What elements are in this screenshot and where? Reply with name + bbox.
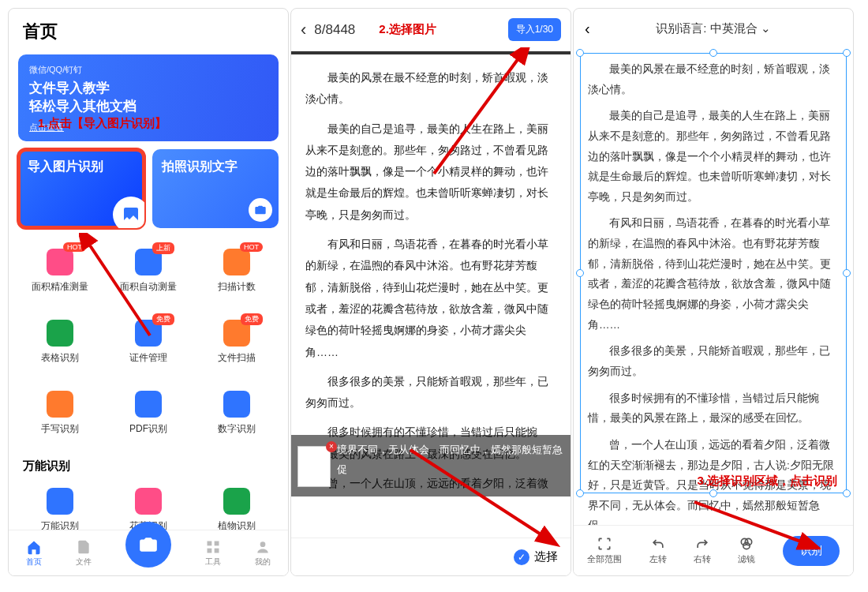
selected-thumbnail[interactable]	[297, 446, 331, 487]
handle-ml[interactable]	[576, 269, 584, 277]
svg-rect-1	[215, 541, 219, 545]
nav-home[interactable]: 首页	[26, 539, 42, 568]
preview-paragraph: 很多很多的美景，只能矫首暇观，那些年，已匆匆而过。	[305, 371, 556, 414]
feature-label: 文件扫描	[218, 351, 256, 365]
feature-icon	[47, 249, 73, 275]
feature-icon	[223, 391, 250, 418]
card-import-image-ocr[interactable]: 导入图片识别	[18, 149, 144, 228]
badge: HOT	[63, 242, 86, 252]
back-button[interactable]: ‹	[301, 20, 306, 40]
selection-rect[interactable]	[580, 53, 847, 493]
feature-2[interactable]: HOT扫描计数	[195, 238, 279, 304]
card-photo-label: 拍照识别文字	[162, 159, 238, 173]
section-title-universal: 万能识别	[9, 455, 288, 477]
tutorial-banner[interactable]: 微信/QQ/钉钉 文件导入教学 轻松导入其他文档 点击查看 1.点击【导入图片识…	[18, 54, 279, 141]
feature-label: 手写识别	[41, 422, 79, 436]
handle-tr[interactable]	[843, 49, 851, 57]
feature-4[interactable]: 免费证件管理	[107, 309, 190, 375]
handle-bl[interactable]	[576, 489, 584, 497]
dimmed-overlay: 境界不同，无从体会。而回忆中，嫣然那般短暂急促 ×	[291, 435, 571, 496]
feature-5[interactable]: 免费文件扫描	[195, 309, 279, 375]
nav-mine[interactable]: 我的	[255, 539, 271, 568]
annotation-step3: 3.选择识别区域，点击识别	[697, 470, 837, 493]
feature-icon	[135, 391, 162, 418]
feature-6[interactable]: 手写识别	[18, 380, 102, 446]
feature-icon	[47, 320, 73, 347]
picker-counter: 8/8448	[314, 22, 355, 38]
feature-label: 证件管理	[129, 351, 167, 365]
recognize-button[interactable]: 识别	[783, 536, 840, 566]
tool-filter[interactable]: 滤镜	[738, 536, 755, 565]
page-title: 首页	[9, 9, 288, 47]
image-icon	[113, 197, 144, 228]
bottom-nav: 首页 文件 工具 我的	[9, 530, 288, 575]
feature-icon	[47, 391, 73, 418]
back-button[interactable]: ‹	[585, 20, 590, 38]
svg-point-7	[743, 542, 750, 549]
badge: 免费	[241, 313, 263, 325]
feature-label: PDF识别	[129, 422, 167, 436]
annotation-step2: 2.选择图片	[379, 22, 436, 37]
preview-paragraph: 有风和日丽，鸟语花香，在暮春的时光看小草的新绿，在温煦的春风中沐浴。也有野花芽芳…	[305, 234, 556, 363]
feature-0[interactable]: HOT面积精准测量	[18, 238, 102, 304]
handle-tl[interactable]	[576, 49, 584, 57]
annotation-step1: 1.点击【导入图片识别】	[38, 116, 166, 131]
banner-line0: 微信/QQ/钉钉	[29, 64, 268, 76]
screen-home: 首页 微信/QQ/钉钉 文件导入教学 轻松导入其他文档 点击查看 1.点击【导入…	[8, 8, 289, 576]
select-button[interactable]: 选择	[534, 549, 558, 564]
remove-thumbnail-icon[interactable]: ×	[326, 441, 337, 452]
preview-paragraph: 最美的自己是追寻，最美的人生在路上，美丽从来不是刻意的。那些年，匆匆路过，不曾看…	[305, 118, 556, 226]
feature-label: 表格识别	[41, 351, 79, 365]
banner-line1: 文件导入教学	[29, 79, 268, 97]
badge: HOT	[240, 242, 263, 252]
svg-rect-0	[208, 541, 212, 545]
chevron-down-icon: ⌄	[761, 21, 771, 35]
crop-body[interactable]: 最美的风景在最不经意的时刻，矫首暇观，淡淡心情。最美的自己是追寻，最美的人生在路…	[574, 48, 853, 498]
handle-tm[interactable]	[709, 49, 717, 57]
feature-3[interactable]: 表格识别	[18, 309, 102, 375]
tool-rotate-right[interactable]: 右转	[694, 536, 711, 565]
badge: 上新	[152, 242, 174, 254]
badge: 免费	[152, 313, 174, 325]
banner-line2: 轻松导入其他文档	[29, 97, 268, 115]
handle-mr[interactable]	[843, 269, 851, 277]
import-button[interactable]: 导入1/30	[508, 18, 561, 41]
language-selector[interactable]: 识别语言: 中英混合 ⌄	[656, 21, 771, 36]
feature-icon	[47, 488, 73, 515]
svg-rect-2	[208, 548, 212, 553]
feature-label: 面积精准测量	[32, 280, 88, 294]
overlay-text: 境界不同，无从体会。而回忆中，嫣然那般短暂急促	[337, 438, 563, 480]
preview-paragraph: 最美的风景在最不经意的时刻，矫首暇观，淡淡心情。	[305, 67, 556, 111]
feature-label: 数字识别	[218, 422, 256, 436]
nav-tools[interactable]: 工具	[205, 539, 221, 568]
feature-icon	[135, 488, 162, 515]
tool-rotate-left[interactable]: 左转	[649, 536, 667, 565]
nav-files[interactable]: 文件	[76, 539, 92, 568]
feature-8[interactable]: 数字识别	[195, 380, 279, 446]
check-icon[interactable]: ✓	[514, 549, 529, 565]
feature-icon	[223, 249, 250, 275]
screen-crop: ‹ 识别语言: 中英混合 ⌄ 最美的风景在最不经意的时刻，矫首暇观，淡淡心情。最…	[573, 8, 854, 576]
card-photo-ocr[interactable]: 拍照识别文字	[152, 149, 279, 228]
card-import-label: 导入图片识别	[28, 159, 103, 173]
svg-rect-3	[215, 548, 219, 553]
preview-body[interactable]: 最美的风景在最不经意的时刻，矫首暇观，淡淡心情。最美的自己是追寻，最美的人生在路…	[291, 54, 571, 496]
nav-camera-button[interactable]	[125, 522, 171, 568]
feature-label: 扫描计数	[218, 280, 256, 294]
tool-full-range[interactable]: 全部范围	[587, 536, 622, 565]
feature-7[interactable]: PDF识别	[107, 380, 190, 446]
lang-prefix: 识别语言:	[656, 21, 709, 35]
feature-1[interactable]: 上新面积自动测量	[107, 238, 190, 304]
camera-icon	[249, 198, 272, 222]
crop-toolbar: 全部范围 左转 右转 滤镜 识别	[574, 525, 853, 575]
feature-icon	[223, 488, 250, 515]
feature-label: 面积自动测量	[120, 280, 177, 294]
screen-picker: ‹ 8/8448 2.选择图片 导入1/30 最美的风景在最不经意的时刻，矫首暇…	[290, 8, 571, 576]
handle-br[interactable]	[843, 489, 851, 497]
svg-point-4	[260, 541, 266, 547]
lang-value: 中英混合	[710, 21, 758, 35]
